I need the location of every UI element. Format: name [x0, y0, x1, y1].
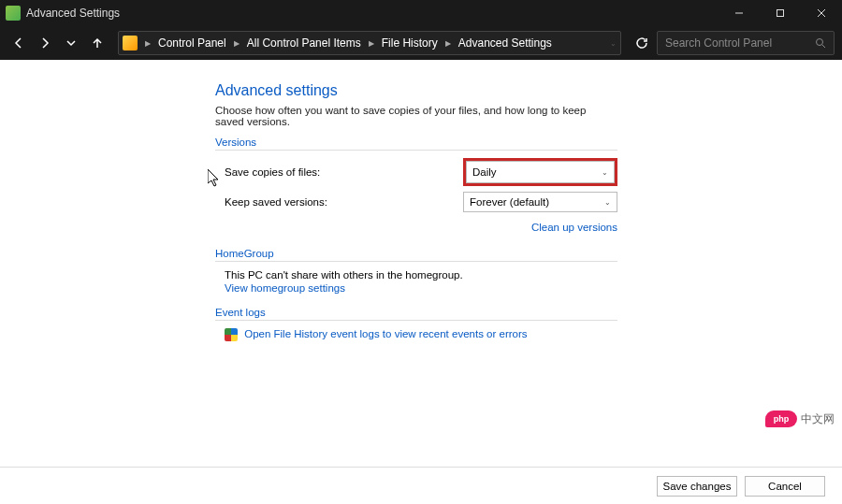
back-button[interactable]: [7, 32, 30, 54]
titlebar: Advanced Settings: [0, 0, 842, 26]
cleanup-versions-link[interactable]: Clean up versions: [531, 222, 617, 233]
svg-rect-1: [777, 10, 784, 17]
minimize-button[interactable]: [719, 0, 760, 26]
page-description: Choose how often you want to save copies…: [215, 105, 617, 127]
watermark-logo: php: [765, 410, 797, 427]
window-title: Advanced Settings: [26, 7, 120, 20]
save-copies-label: Save copies of files:: [215, 166, 463, 178]
save-copies-highlight: Daily ⌄: [463, 158, 617, 186]
search-icon: [815, 37, 826, 49]
cancel-button[interactable]: Cancel: [745, 476, 825, 497]
folder-icon: [123, 36, 138, 50]
save-copies-select[interactable]: Daily ⌄: [466, 161, 615, 183]
page-title: Advanced settings: [215, 82, 617, 99]
breadcrumb-item[interactable]: File History: [378, 36, 442, 50]
chevron-down-icon: ⌄: [604, 198, 611, 207]
search-input[interactable]: [665, 36, 815, 50]
breadcrumb-item[interactable]: Control Panel: [154, 36, 230, 50]
address-bar[interactable]: ▶ Control Panel ▶ All Control Panel Item…: [118, 31, 621, 55]
up-button[interactable]: [86, 32, 109, 54]
chevron-right-icon: ▶: [367, 39, 376, 48]
shield-icon: [225, 328, 238, 341]
refresh-button[interactable]: [631, 32, 653, 54]
chevron-right-icon: ▶: [143, 39, 152, 48]
eventlogs-section-label: Event logs: [215, 307, 617, 321]
keep-versions-select[interactable]: Forever (default) ⌄: [463, 192, 617, 212]
recent-button[interactable]: [60, 32, 82, 54]
watermark: php 中文网: [765, 410, 835, 427]
chevron-down-icon: ⌄: [602, 168, 608, 177]
chevron-down-icon[interactable]: ⌄: [610, 39, 617, 48]
breadcrumb-item[interactable]: All Control Panel Items: [243, 36, 365, 50]
footer: Save changes Cancel: [0, 467, 842, 504]
eventlogs-link[interactable]: Open File History event logs to view rec…: [244, 328, 527, 339]
app-icon: [6, 6, 21, 21]
save-button[interactable]: Save changes: [657, 476, 737, 497]
keep-versions-label: Keep saved versions:: [215, 196, 463, 208]
svg-point-4: [817, 39, 823, 46]
close-button[interactable]: [801, 0, 842, 26]
watermark-text: 中文网: [801, 411, 835, 427]
chevron-right-icon: ▶: [232, 39, 241, 48]
forward-button[interactable]: [34, 32, 56, 54]
save-copies-value: Daily: [472, 166, 497, 178]
keep-versions-value: Forever (default): [470, 196, 549, 208]
homegroup-section-label: HomeGroup: [215, 248, 617, 262]
search-box[interactable]: [657, 31, 835, 55]
breadcrumb-item[interactable]: Advanced Settings: [455, 36, 556, 50]
homegroup-text: This PC can't share with others in the h…: [215, 269, 617, 281]
navbar: ▶ Control Panel ▶ All Control Panel Item…: [0, 26, 842, 60]
versions-section-label: Versions: [215, 137, 617, 151]
maximize-button[interactable]: [760, 0, 801, 26]
chevron-right-icon: ▶: [443, 39, 453, 48]
homegroup-link[interactable]: View homegroup settings: [225, 282, 345, 294]
content-area: Advanced settings Choose how often you w…: [0, 60, 842, 467]
svg-line-5: [822, 45, 825, 48]
